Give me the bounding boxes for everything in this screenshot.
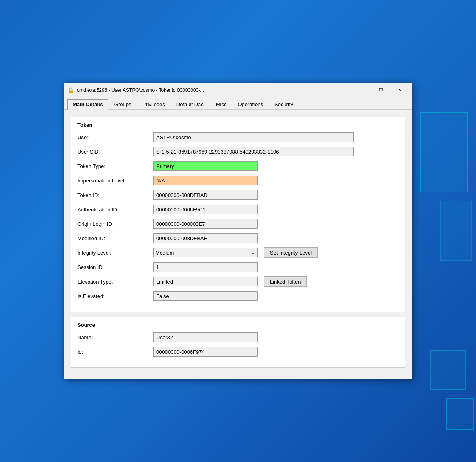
origin-login-id-field[interactable] <box>153 219 258 229</box>
auth-id-label: Authentication ID: <box>77 207 153 213</box>
source-id-label: Id: <box>77 349 153 355</box>
elevation-type-field[interactable] <box>153 277 258 286</box>
elevation-type-label: Elevation Type: <box>77 279 153 285</box>
user-row: User: <box>77 132 399 142</box>
token-type-row: Token Type: <box>77 161 399 171</box>
token-type-value-container <box>153 161 258 171</box>
is-elevated-label: Is Elevated: <box>77 293 153 299</box>
impersonation-label: Impersonation Level: <box>77 178 153 184</box>
main-window: 🔒 cmd.exe:5296 - User ASTRO\cosmo - Toke… <box>64 83 412 379</box>
elevation-type-actions: Linked Token <box>264 276 307 287</box>
tab-bar: Main Details Groups Privileges Default D… <box>64 97 412 110</box>
token-id-field[interactable] <box>153 190 258 200</box>
integrity-level-select-wrapper: Low Medium High System <box>153 248 258 257</box>
tab-misc[interactable]: Misc <box>211 99 232 110</box>
source-id-row: Id: <box>77 346 399 357</box>
user-field[interactable] <box>153 132 354 142</box>
modified-id-field[interactable] <box>153 233 258 243</box>
origin-login-id-row: Origin Login ID: <box>77 219 399 229</box>
source-name-row: Name: <box>77 332 399 342</box>
integrity-level-select[interactable]: Low Medium High System <box>153 248 258 257</box>
content-area: Token User: User SID: Token Type: <box>64 110 412 379</box>
session-id-value-container <box>153 262 258 272</box>
maximize-button[interactable]: ☐ <box>372 84 390 96</box>
auth-id-row: Authentication ID: <box>77 204 399 215</box>
integrity-level-actions: Set Integrity Level <box>264 247 318 258</box>
source-id-field[interactable] <box>153 347 258 357</box>
session-id-label: Session ID: <box>77 264 153 270</box>
is-elevated-field[interactable] <box>153 291 258 301</box>
token-id-label: Token ID: <box>77 192 153 198</box>
set-integrity-level-button[interactable]: Set Integrity Level <box>264 247 318 258</box>
source-section-title: Source <box>77 322 399 328</box>
impersonation-field[interactable] <box>153 176 258 185</box>
origin-login-id-label: Origin Login ID: <box>77 221 153 227</box>
session-id-field[interactable] <box>153 262 258 272</box>
source-name-value-container <box>153 332 258 342</box>
modified-id-value-container <box>153 233 258 243</box>
user-sid-label: User SID: <box>77 149 153 155</box>
user-label: User: <box>77 134 153 140</box>
session-id-row: Session ID: <box>77 262 399 272</box>
source-name-field[interactable] <box>153 332 258 342</box>
minimize-button[interactable]: — <box>353 84 372 96</box>
user-sid-value-container <box>153 147 354 156</box>
impersonation-value-container <box>153 176 258 185</box>
tab-operations[interactable]: Operations <box>232 99 268 110</box>
token-type-field[interactable] <box>153 161 258 171</box>
auth-id-value-container <box>153 205 258 214</box>
token-id-row: Token ID: <box>77 190 399 200</box>
integrity-level-label: Integrity Level: <box>77 250 153 256</box>
token-id-value-container <box>153 190 258 200</box>
modified-id-label: Modified ID: <box>77 235 153 241</box>
is-elevated-row: Is Elevated: <box>77 291 399 301</box>
elevation-type-value-container <box>153 277 258 286</box>
tab-security[interactable]: Security <box>269 99 299 110</box>
origin-login-id-value-container <box>153 219 258 229</box>
impersonation-row: Impersonation Level: <box>77 175 399 186</box>
modified-id-row: Modified ID: <box>77 233 399 243</box>
user-value-container <box>153 132 354 142</box>
linked-token-button[interactable]: Linked Token <box>264 276 307 287</box>
is-elevated-value-container <box>153 291 258 301</box>
token-section: Token User: User SID: Token Type: <box>71 117 405 312</box>
tab-groups[interactable]: Groups <box>109 99 137 110</box>
user-sid-field[interactable] <box>153 147 354 156</box>
integrity-level-select-container: Low Medium High System <box>153 248 258 257</box>
close-button[interactable]: ✕ <box>390 84 409 96</box>
source-id-value-container <box>153 347 258 357</box>
window-icon: 🔒 <box>67 87 74 93</box>
token-type-label: Token Type: <box>77 163 153 169</box>
source-name-label: Name: <box>77 334 153 340</box>
integrity-level-row: Integrity Level: Low Medium High System … <box>77 247 399 258</box>
window-title: cmd.exe:5296 - User ASTRO\cosmo - TokenI… <box>77 87 353 93</box>
title-bar: 🔒 cmd.exe:5296 - User ASTRO\cosmo - Toke… <box>64 83 412 97</box>
title-bar-controls: — ☐ ✕ <box>353 84 409 96</box>
elevation-type-row: Elevation Type: Linked Token <box>77 276 399 287</box>
tab-main-details[interactable]: Main Details <box>67 99 108 110</box>
tab-default-dacl[interactable]: Default Dacl <box>171 99 210 110</box>
source-section: Source Name: Id: <box>71 317 405 368</box>
user-sid-row: User SID: <box>77 146 399 157</box>
token-section-title: Token <box>77 122 399 128</box>
tab-privileges[interactable]: Privileges <box>137 99 170 110</box>
auth-id-field[interactable] <box>153 205 258 214</box>
